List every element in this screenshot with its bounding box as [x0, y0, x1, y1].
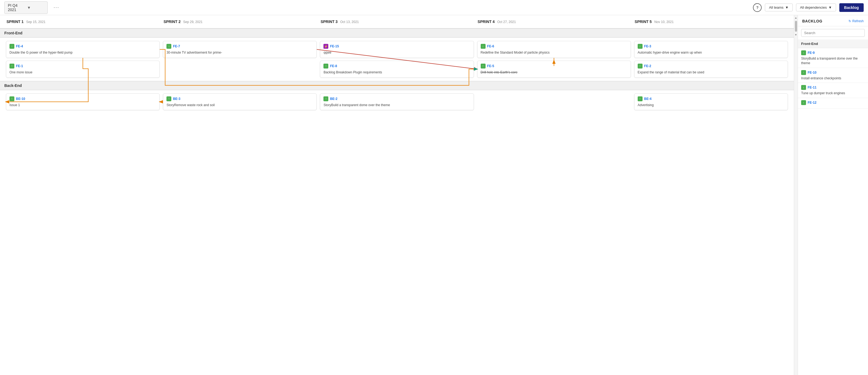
- story-icon: ↑: [801, 70, 806, 75]
- sprint-4-date: Oct 27, 2021: [497, 20, 516, 24]
- refresh-label: Refresh: [852, 19, 864, 23]
- story-id: FE-2: [644, 64, 651, 68]
- story-card-fe15[interactable]: ⚡ FE-15 qqwe: [320, 41, 474, 58]
- scroll-up-arrow[interactable]: ▲: [794, 16, 798, 20]
- story-id: FE-8: [330, 64, 337, 68]
- sprint-header-3: SPRINT 3 Oct 13, 2021: [318, 19, 475, 25]
- sprint-header-1: SPRINT 1 Sep 15, 2021: [4, 19, 161, 25]
- story-id: FE-12: [808, 101, 816, 105]
- story-card-fe7[interactable]: ↑ FE-7 30-minute TV advertisement for pr…: [163, 41, 317, 58]
- story-card-fe2[interactable]: ↑ FE-2 Expand the range of material that…: [634, 61, 788, 78]
- backend-lane-header: Back-End: [0, 81, 794, 90]
- frontend-sprint-5-col: ↑ FE-3 Automatic hyper-drive engine warm…: [632, 41, 789, 78]
- backend-sprint-1-col: ↑ BE-10 Issue 1: [4, 93, 161, 119]
- backlog-item-fe12[interactable]: ↑ FE-12: [798, 98, 868, 109]
- story-title: 30-minute TV advertisement for prime-: [166, 50, 313, 55]
- story-icon: ↑: [323, 64, 328, 68]
- story-title: StoryBuild a transparent dome over the t…: [323, 103, 470, 108]
- story-card-fe3[interactable]: ↑ FE-3 Automatic hyper-drive engine warm…: [634, 41, 788, 58]
- story-id: FE-1: [16, 64, 23, 68]
- story-title: qqwe: [323, 50, 470, 55]
- story-id: FE-4: [16, 45, 23, 48]
- sprint-3-date: Oct 13, 2021: [340, 20, 359, 24]
- backlog-search-input[interactable]: [801, 29, 865, 37]
- board-scroll[interactable]: Front-End ↑ FE-4 Double the G power of t…: [0, 28, 794, 375]
- all-teams-dropdown[interactable]: All teams ▼: [765, 3, 793, 11]
- backend-sprint-3-col: ↑ BE-2 StoryBuild a transparent dome ove…: [318, 93, 475, 119]
- frontend-sprint-4-col: ↑ FE-6 Redefine the Standard Model of pa…: [475, 41, 632, 78]
- story-title: Automatic hyper-drive engine warm up whe…: [638, 50, 784, 55]
- story-id: BE-4: [644, 97, 651, 101]
- chevron-down-icon: ▼: [785, 5, 789, 9]
- backlog-item-fe10[interactable]: ↑ FE-10 Install entrance checkpoints: [798, 68, 868, 83]
- story-id: BE-10: [16, 97, 25, 101]
- backend-lane-content: ↑ BE-10 Issue 1 ↑ BE-3: [0, 90, 794, 123]
- story-id: FE-6: [487, 45, 494, 48]
- sprint-header-4: SPRINT 4 Oct 27, 2021: [475, 19, 632, 25]
- frontend-lane-content: ↑ FE-4 Double the G power of the hyper-f…: [0, 38, 794, 81]
- scroll-down-arrow[interactable]: ▼: [794, 33, 798, 37]
- story-card-fe6[interactable]: ↑ FE-6 Redefine the Standard Model of pa…: [477, 41, 631, 58]
- story-card-fe8[interactable]: ↑ FE-8 Backlog Breakdown Plugin requirem…: [320, 61, 474, 78]
- story-card-fe4[interactable]: ↑ FE-4 Double the G power of the hyper-f…: [6, 41, 160, 58]
- story-card-fe5[interactable]: ↑ FE-5 Drill hole into Earth's core: [477, 61, 631, 78]
- sprint-4-label: SPRINT 4: [478, 20, 495, 24]
- story-icon: ↑: [801, 85, 806, 90]
- story-icon: ↑: [638, 96, 643, 101]
- story-title: StoryBuild a transparent dome over the t…: [801, 56, 865, 65]
- backlog-button[interactable]: Backlog: [839, 3, 864, 12]
- story-icon: ↑: [801, 50, 806, 55]
- pi-selector[interactable]: PI Q4 2021 ▼: [4, 1, 48, 14]
- chevron-down-icon: ▼: [27, 5, 44, 10]
- story-card-be4[interactable]: ↑ BE-4 Advertising: [634, 93, 788, 111]
- story-id: FE-11: [808, 86, 816, 89]
- backlog-panel: BACKLOG ↻ Refresh Front-End ↑ FE-9 Story…: [798, 15, 868, 375]
- backlog-section-frontend: Front-End: [798, 39, 868, 48]
- story-card-be3[interactable]: ↑ BE-3 StoryRemove waste rock and soil: [163, 93, 317, 111]
- story-title: One more issue: [9, 70, 156, 75]
- story-card-fe1[interactable]: ↑ FE-1 One more issue: [6, 61, 160, 78]
- story-id: FE-7: [173, 45, 180, 48]
- frontend-sprint-1-col: ↑ FE-4 Double the G power of the hyper-f…: [4, 41, 161, 78]
- story-id: FE-9: [808, 51, 815, 55]
- story-icon: ⚡: [323, 44, 328, 49]
- sprint-headers: SPRINT 1 Sep 15, 2021 SPRINT 2 Sep 29, 2…: [0, 15, 794, 28]
- refresh-button[interactable]: ↻ Refresh: [848, 19, 864, 23]
- backend-sprint-2-col: ↑ BE-3 StoryRemove waste rock and soil: [161, 93, 318, 119]
- main-layout: SPRINT 1 Sep 15, 2021 SPRINT 2 Sep 29, 2…: [0, 15, 868, 375]
- chevron-down-icon: ▼: [829, 5, 832, 9]
- sprint-5-date: Nov 10, 2021: [654, 20, 673, 24]
- story-id: FE-5: [487, 64, 494, 68]
- story-card-be2[interactable]: ↑ BE-2 StoryBuild a transparent dome ove…: [320, 93, 474, 111]
- story-icon: ↑: [9, 64, 14, 68]
- header: PI Q4 2021 ▼ ··· ? All teams ▼ All depen…: [0, 0, 868, 15]
- backlog-item-fe9[interactable]: ↑ FE-9 StoryBuild a transparent dome ove…: [798, 48, 868, 68]
- story-title: Tune up dumper truck engines: [801, 91, 865, 95]
- board-scrollbar[interactable]: ▲ ▼: [794, 15, 798, 375]
- story-id: BE-2: [330, 97, 337, 101]
- story-icon: ↑: [9, 96, 14, 101]
- sprint-1-date: Sep 15, 2021: [26, 20, 45, 24]
- story-id: FE-10: [808, 71, 816, 75]
- story-title: Redefine the Standard Model of particle …: [481, 50, 627, 55]
- story-card-be10[interactable]: ↑ BE-10 Issue 1: [6, 93, 160, 111]
- sprint-3-label: SPRINT 3: [320, 20, 338, 24]
- story-icon: ↑: [481, 64, 486, 68]
- story-id: FE-3: [644, 45, 651, 48]
- help-button[interactable]: ?: [753, 3, 762, 12]
- backlog-scroll[interactable]: Front-End ↑ FE-9 StoryBuild a transparen…: [798, 39, 868, 375]
- frontend-lane-header: Front-End: [0, 28, 794, 38]
- story-title: Backlog Breakdown Plugin requirements: [323, 70, 470, 75]
- backend-sprint-4-col: [475, 93, 632, 119]
- board-and-scroll: SPRINT 1 Sep 15, 2021 SPRINT 2 Sep 29, 2…: [0, 15, 798, 375]
- story-id: BE-3: [173, 97, 180, 101]
- board-area: SPRINT 1 Sep 15, 2021 SPRINT 2 Sep 29, 2…: [0, 15, 794, 375]
- backend-lane: Back-End ↑ BE-10 Issue 1: [0, 81, 794, 123]
- more-options-button[interactable]: ···: [51, 3, 62, 12]
- sprint-2-label: SPRINT 2: [163, 20, 181, 24]
- pi-label: PI Q4 2021: [8, 3, 25, 12]
- backlog-item-fe11[interactable]: ↑ FE-11 Tune up dumper truck engines: [798, 83, 868, 98]
- scroll-thumb[interactable]: [795, 21, 797, 32]
- all-dependencies-dropdown[interactable]: All dependencies ▼: [796, 3, 836, 11]
- backlog-panel-header: BACKLOG ↻ Refresh: [798, 15, 868, 26]
